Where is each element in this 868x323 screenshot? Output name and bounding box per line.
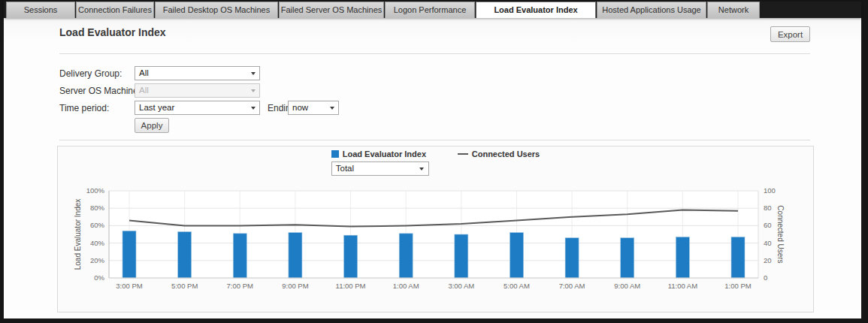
- left-axis-tick-label: 100%: [86, 186, 105, 195]
- tab-load-evaluator-index[interactable]: Load Evaluator Index: [476, 2, 596, 18]
- page-title: Load Evaluator Index: [59, 26, 166, 38]
- tab-failed-desktop-os-machines[interactable]: Failed Desktop OS Machines: [155, 2, 278, 18]
- left-axis-title: Load Evaluator Index: [74, 199, 82, 270]
- right-axis-tick-label: 60: [764, 221, 772, 229]
- x-axis-tick-label: 9:00 PM: [282, 282, 308, 290]
- divider: [59, 140, 810, 140]
- app-window: Sessions Connection Failures Failed Desk…: [4, 2, 861, 318]
- plot-area: [109, 191, 758, 278]
- divider: [59, 53, 810, 54]
- x-axis-tick-label: 1:00 PM: [724, 282, 751, 290]
- x-axis-tick-label: 7:00 PM: [227, 282, 253, 290]
- right-axis-tick-label: 0: [764, 273, 767, 282]
- left-axis-tick-label: 20%: [90, 256, 105, 264]
- delivery-group-value: All: [139, 68, 149, 77]
- bar: [289, 233, 302, 278]
- tab-failed-server-os-machines[interactable]: Failed Server OS Machines: [279, 2, 384, 18]
- bar: [344, 235, 358, 278]
- x-axis-tick-label: 11:00 PM: [336, 282, 366, 290]
- right-axis-tick-label: 40: [764, 239, 772, 247]
- x-axis-tick-label: 11:00 AM: [668, 282, 698, 290]
- bar: [233, 234, 246, 278]
- tab-hosted-applications-usage[interactable]: Hosted Applications Usage: [597, 2, 706, 18]
- bar: [510, 233, 523, 278]
- chevron-down-icon: [246, 67, 259, 80]
- left-axis-tick-label: 40%: [90, 239, 105, 247]
- ending-value: now: [292, 103, 308, 112]
- server-os-machine-dropdown: All: [135, 83, 260, 98]
- right-axis-title: Connected Users: [776, 205, 785, 263]
- export-button[interactable]: Export: [770, 26, 810, 42]
- bar: [731, 237, 745, 278]
- server-os-machine-value: All: [139, 86, 149, 95]
- bar: [621, 238, 634, 278]
- bar: [399, 234, 413, 278]
- server-os-machine-label: Server OS Machine:: [59, 86, 141, 96]
- right-axis-tick-label: 20: [764, 256, 772, 264]
- bar: [122, 231, 136, 278]
- delivery-group-label: Delivery Group:: [59, 68, 122, 79]
- tab-connection-failures[interactable]: Connection Failures: [76, 2, 154, 18]
- bar: [455, 234, 468, 278]
- ending-dropdown[interactable]: now: [288, 101, 339, 115]
- right-axis-tick-label: 80: [764, 204, 772, 212]
- x-axis-tick-label: 9:00 AM: [614, 282, 640, 290]
- apply-button[interactable]: Apply: [135, 118, 169, 133]
- left-axis-tick-label: 80%: [90, 204, 105, 212]
- x-axis-tick-label: 1:00 AM: [393, 282, 419, 290]
- tab-logon-performance[interactable]: Logon Performance: [385, 2, 475, 18]
- x-axis-tick-label: 3:00 AM: [448, 282, 474, 290]
- time-period-value: Last year: [139, 103, 174, 112]
- tab-sessions[interactable]: Sessions: [6, 2, 75, 18]
- time-period-dropdown[interactable]: Last year: [135, 101, 260, 115]
- chevron-down-icon: [246, 101, 259, 114]
- x-axis-tick-label: 7:00 AM: [559, 282, 585, 290]
- left-axis-tick-label: 60%: [90, 221, 105, 229]
- bar: [565, 238, 579, 278]
- x-axis-tick-label: 5:00 PM: [171, 282, 198, 290]
- tab-network[interactable]: Network: [707, 2, 760, 18]
- chevron-down-icon: [246, 84, 259, 97]
- x-axis-tick-label: 3:00 PM: [116, 282, 142, 290]
- delivery-group-dropdown[interactable]: All: [135, 66, 260, 80]
- bar: [178, 232, 192, 278]
- chevron-down-icon: [325, 101, 338, 114]
- chart-container: Load Evaluator Index Total Connected Use…: [57, 146, 814, 312]
- right-axis-tick-label: 100: [764, 186, 776, 195]
- left-axis-tick-label: 0%: [94, 273, 104, 282]
- bar: [676, 237, 689, 278]
- x-axis-tick-label: 5:00 AM: [504, 282, 530, 290]
- load-evaluator-index-chart: 0%20%40%60%80%100%0204060801003:00 PM5:0…: [58, 146, 813, 312]
- time-period-label: Time period:: [59, 103, 109, 113]
- tab-bar: Sessions Connection Failures Failed Desk…: [4, 2, 861, 18]
